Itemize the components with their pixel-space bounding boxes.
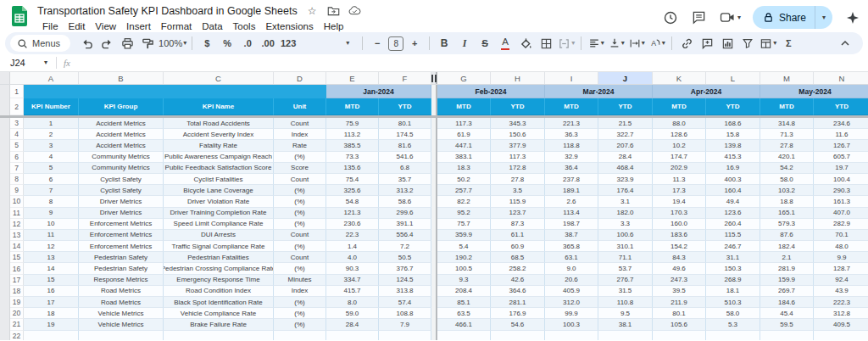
- column-header-C[interactable]: C: [164, 72, 274, 84]
- value-cell[interactable]: 313.8: [379, 286, 431, 297]
- value-cell[interactable]: 105.6: [653, 319, 706, 330]
- column-header-E[interactable]: E: [326, 72, 379, 84]
- kpi-number-cell[interactable]: 18: [24, 308, 79, 319]
- value-cell[interactable]: 100.3: [545, 319, 598, 330]
- kpi-number-cell[interactable]: 11: [24, 230, 79, 241]
- unit-cell[interactable]: (%): [274, 185, 326, 196]
- value-cell[interactable]: 2.6: [545, 196, 598, 207]
- value-cell[interactable]: 45.4: [760, 308, 814, 319]
- row-header-10[interactable]: 10: [10, 196, 24, 207]
- value-cell[interactable]: 556.4: [379, 230, 431, 241]
- period-header-mtd[interactable]: MTD: [437, 98, 491, 115]
- font-size-input[interactable]: 8: [388, 36, 403, 51]
- value-cell[interactable]: 21.5: [598, 118, 653, 129]
- column-header-A[interactable]: A: [24, 72, 79, 84]
- kpi-number-cell[interactable]: 5: [24, 163, 79, 174]
- value-cell[interactable]: 174.5: [379, 129, 431, 140]
- kpi-group-cell[interactable]: Accident Metrics: [79, 140, 164, 151]
- fill-color-button[interactable]: [516, 34, 535, 53]
- value-cell[interactable]: 49.6: [653, 263, 706, 274]
- value-cell[interactable]: 257.7: [437, 185, 491, 196]
- unit-cell[interactable]: (%): [274, 241, 326, 252]
- value-cell[interactable]: 420.1: [760, 152, 814, 163]
- kpi-group-cell[interactable]: Enforcement Metrics: [79, 241, 164, 252]
- value-cell[interactable]: 117.3: [437, 118, 491, 129]
- value-cell[interactable]: 54.6: [491, 319, 545, 330]
- value-cell[interactable]: 50.2: [437, 174, 491, 185]
- month-header-Jan-2024[interactable]: Jan-2024: [326, 85, 431, 98]
- value-cell[interactable]: 68.5: [491, 252, 545, 263]
- kpi-group-cell[interactable]: Road Metrics: [79, 286, 164, 297]
- kpi-number-cell[interactable]: 3: [24, 140, 79, 151]
- value-cell[interactable]: 391.1: [379, 219, 431, 230]
- format-percent-button[interactable]: %: [218, 34, 236, 53]
- kpi-number-cell[interactable]: 15: [24, 275, 79, 286]
- value-cell[interactable]: 282.9: [814, 219, 868, 230]
- kpi-number-cell[interactable]: 6: [24, 174, 79, 185]
- value-cell[interactable]: 190.2: [437, 252, 491, 263]
- value-cell[interactable]: 208.4: [437, 286, 491, 297]
- value-cell[interactable]: 27.8: [760, 140, 814, 151]
- value-cell[interactable]: 39.5: [653, 286, 706, 297]
- text-color-button[interactable]: A: [496, 34, 515, 53]
- row-header-9[interactable]: 9: [10, 185, 24, 196]
- empty-cell[interactable]: [760, 331, 814, 340]
- value-cell[interactable]: 183.6: [653, 230, 706, 241]
- value-cell[interactable]: 139.8: [706, 140, 760, 151]
- menu-edit[interactable]: Edit: [64, 20, 91, 32]
- unit-cell[interactable]: (%): [274, 196, 326, 207]
- value-cell[interactable]: 85.1: [437, 297, 491, 308]
- number-format-button[interactable]: 123: [279, 34, 298, 53]
- kpi-number-cell[interactable]: 1: [24, 118, 79, 129]
- kpi-group-cell[interactable]: Response Metrics: [79, 275, 164, 286]
- value-cell[interactable]: 150.6: [491, 129, 545, 140]
- italic-button[interactable]: I: [455, 34, 474, 53]
- value-cell[interactable]: 75.9: [326, 118, 379, 129]
- value-cell[interactable]: 63.5: [437, 308, 491, 319]
- kpi-name-cell[interactable]: Driver Training Completion Rate: [164, 208, 274, 219]
- value-cell[interactable]: 9.5: [598, 308, 653, 319]
- value-cell[interactable]: 174.7: [653, 152, 706, 163]
- decrease-font-size-button[interactable]: −: [368, 34, 387, 53]
- row-header-2[interactable]: 2: [10, 98, 24, 115]
- value-cell[interactable]: 234.6: [814, 118, 868, 129]
- unit-cell[interactable]: Score: [274, 163, 326, 174]
- row-header-15[interactable]: 15: [10, 252, 24, 263]
- value-cell[interactable]: 38.1: [598, 319, 653, 330]
- value-cell[interactable]: 184.6: [760, 297, 814, 308]
- value-cell[interactable]: 123.6: [706, 208, 760, 219]
- period-header-ytd[interactable]: YTD: [706, 98, 760, 115]
- value-cell[interactable]: 126.7: [814, 140, 868, 151]
- value-cell[interactable]: 159.9: [760, 275, 814, 286]
- value-cell[interactable]: 7.2: [379, 241, 431, 252]
- value-cell[interactable]: 579.3: [760, 219, 814, 230]
- value-cell[interactable]: 364.6: [491, 286, 545, 297]
- value-cell[interactable]: 35.7: [379, 174, 431, 185]
- value-cell[interactable]: 115.9: [491, 196, 545, 207]
- value-cell[interactable]: 49.4: [706, 196, 760, 207]
- value-cell[interactable]: 87.3: [491, 219, 545, 230]
- column-header-H[interactable]: H: [491, 72, 545, 84]
- kpi-name-cell[interactable]: Cyclist Fatalities: [164, 174, 274, 185]
- kpi-group-cell[interactable]: Cyclist Safety: [79, 185, 164, 196]
- kpi-number-cell[interactable]: 14: [24, 263, 79, 274]
- borders-button[interactable]: [537, 34, 555, 53]
- value-cell[interactable]: 377.9: [491, 140, 545, 151]
- value-cell[interactable]: 58.0: [706, 308, 760, 319]
- value-cell[interactable]: 160.4: [706, 185, 760, 196]
- value-cell[interactable]: 110.8: [598, 297, 653, 308]
- strikethrough-button[interactable]: S: [476, 34, 494, 53]
- period-header-mtd[interactable]: MTD: [653, 98, 706, 115]
- sheets-logo[interactable]: [8, 5, 31, 27]
- value-cell[interactable]: 54.2: [760, 163, 814, 174]
- empty-cell[interactable]: [706, 331, 760, 340]
- value-cell[interactable]: 80.1: [379, 118, 431, 129]
- value-cell[interactable]: 312.8: [814, 308, 868, 319]
- menu-format[interactable]: Format: [156, 20, 197, 32]
- kpi-name-cell[interactable]: Accident Severity Index: [164, 129, 274, 140]
- value-cell[interactable]: 18.3: [437, 163, 491, 174]
- create-filter-button[interactable]: [738, 34, 757, 53]
- value-cell[interactable]: 246.7: [706, 241, 760, 252]
- kpi-number-cell[interactable]: 2: [24, 129, 79, 140]
- kpi-name-cell[interactable]: DUI Arrests: [164, 230, 274, 241]
